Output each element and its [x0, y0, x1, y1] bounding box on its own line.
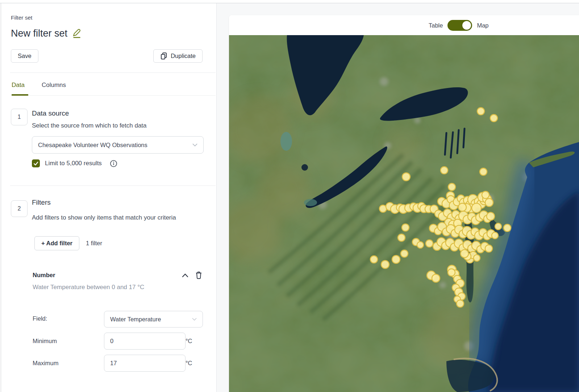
filter-sidebar: Filter set New filter set Save Duplicate…: [0, 3, 217, 392]
edit-pencil-icon[interactable]: [72, 29, 82, 38]
map-card: Table Map: [229, 15, 579, 392]
limit-checkbox[interactable]: [32, 159, 40, 167]
step-2-badge: 2: [11, 200, 28, 217]
map-marker[interactable]: [457, 300, 464, 307]
field-selected-value: Water Temperature: [110, 316, 161, 323]
map-marker[interactable]: [492, 232, 498, 239]
maximum-label: Maximum: [33, 360, 59, 367]
map-marker[interactable]: [381, 260, 389, 268]
map-marker[interactable]: [487, 212, 495, 220]
map-marker[interactable]: [370, 256, 378, 263]
chevron-up-icon: [182, 273, 189, 278]
view-toggle-row: Table Map: [429, 20, 489, 31]
save-button[interactable]: Save: [11, 49, 38, 63]
map-marker[interactable]: [401, 250, 408, 257]
filter-type-label: Number: [33, 272, 175, 279]
minimum-input[interactable]: [104, 333, 186, 350]
map-marker[interactable]: [441, 167, 448, 174]
toggle-knob: [462, 21, 471, 30]
step-1-badge: 1: [11, 109, 28, 125]
map-marker[interactable]: [490, 114, 497, 122]
map-marker[interactable]: [448, 269, 455, 276]
data-source-select[interactable]: Chesapeake Volunteer WQ Observations: [32, 136, 204, 154]
data-source-subtitle: Select the source from which to fetch da…: [32, 122, 147, 129]
sidebar-tabs: Data Columns: [12, 82, 66, 89]
toggle-table-label[interactable]: Table: [429, 22, 443, 29]
duplicate-button-label: Duplicate: [171, 53, 196, 59]
maximum-unit: °C: [186, 360, 192, 367]
tab-columns[interactable]: Columns: [42, 82, 66, 89]
map-area: [229, 35, 579, 392]
map-marker[interactable]: [402, 224, 409, 231]
map-marker[interactable]: [485, 245, 492, 252]
map-marker[interactable]: [482, 191, 489, 199]
limit-checkbox-label[interactable]: Limit to 5,000 results: [45, 160, 102, 167]
save-button-label: Save: [18, 53, 32, 59]
trash-icon: [195, 271, 202, 279]
tabs-baseline: [10, 95, 216, 96]
delete-filter-button[interactable]: [195, 271, 202, 279]
saginaw-bay: [280, 132, 292, 151]
chevron-down-icon: [192, 143, 197, 147]
tab-data[interactable]: Data: [12, 82, 25, 89]
data-source-selected-value: Chesapeake Volunteer WQ Observations: [38, 142, 147, 149]
map-canvas[interactable]: [229, 35, 579, 392]
minimum-unit: °C: [186, 338, 192, 345]
map-marker[interactable]: [485, 199, 493, 207]
add-filter-row: + Add filter 1 filter: [34, 236, 102, 250]
map-marker[interactable]: [474, 255, 480, 261]
map-marker[interactable]: [398, 234, 405, 241]
window-top-strip: [0, 0, 579, 3]
map-marker[interactable]: [392, 255, 400, 263]
toggle-map-label[interactable]: Map: [477, 22, 488, 29]
window-left-edge: [1, 3, 1, 392]
map-marker[interactable]: [458, 203, 466, 211]
add-filter-button[interactable]: + Add filter: [34, 236, 79, 250]
add-filter-button-label: + Add filter: [41, 240, 72, 247]
map-marker[interactable]: [426, 240, 433, 247]
map-panel: Table Map: [217, 3, 579, 392]
field-select[interactable]: Water Temperature: [104, 311, 203, 328]
filters-subtitle: Add filters to show only items that matc…: [32, 212, 206, 224]
map-card-header: Table Map: [229, 15, 579, 35]
filter-card-header: Number: [33, 271, 202, 279]
map-marker[interactable]: [472, 203, 481, 213]
limit-results-row: Limit to 5,000 results: [32, 159, 117, 167]
filter-count: 1 filter: [86, 240, 102, 247]
copy-icon: [160, 52, 167, 60]
divider: [10, 72, 216, 73]
map-marker[interactable]: [461, 250, 468, 258]
map-marker[interactable]: [477, 108, 484, 115]
maximum-input[interactable]: [104, 355, 186, 372]
active-tab-underline: [12, 94, 28, 96]
collapse-filter-button[interactable]: [182, 273, 189, 278]
map-marker[interactable]: [495, 223, 501, 230]
filter-summary: Water Temperature between 0 and 17 °C: [33, 282, 156, 293]
field-label: Field:: [33, 315, 47, 322]
data-source-title: Data source: [32, 109, 69, 117]
map-marker[interactable]: [448, 183, 455, 191]
map-marker[interactable]: [402, 173, 410, 181]
map-marker[interactable]: [432, 274, 440, 282]
minimum-label: Minimum: [33, 338, 57, 345]
filters-title: Filters: [32, 199, 51, 207]
divider: [10, 185, 216, 186]
info-icon[interactable]: [110, 160, 117, 167]
chevron-down-icon: [192, 318, 197, 321]
lake-st-clair: [301, 164, 308, 171]
map-marker[interactable]: [504, 224, 511, 232]
filter-set-name: New filter set: [11, 28, 67, 39]
duplicate-button[interactable]: Duplicate: [153, 49, 203, 63]
filter-set-label: Filter set: [11, 14, 32, 21]
map-marker[interactable]: [480, 168, 487, 175]
map-marker[interactable]: [417, 242, 424, 248]
table-map-toggle[interactable]: [447, 20, 472, 31]
filter-set-name-row: New filter set: [11, 28, 82, 39]
